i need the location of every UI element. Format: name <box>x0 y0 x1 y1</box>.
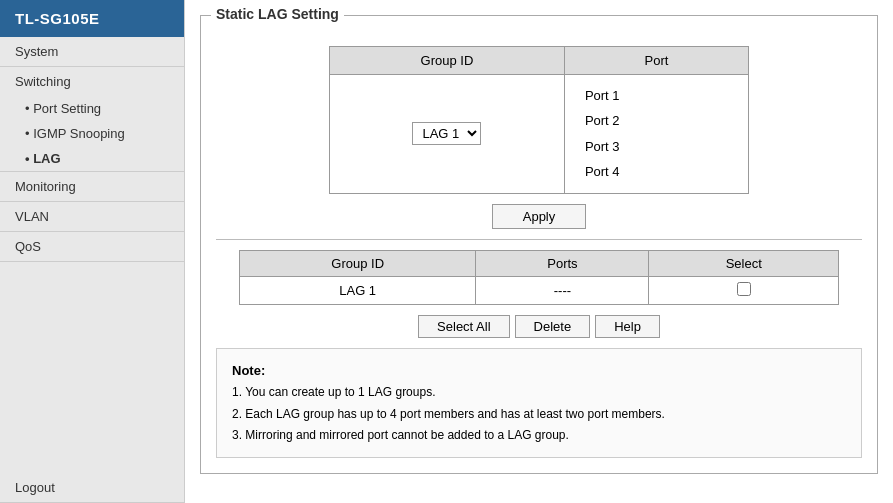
row-group-id: LAG 1 <box>240 276 476 304</box>
note-line-1: 1. You can create up to 1 LAG groups. <box>232 385 435 399</box>
lag-config-table: Group ID Port LAG 1 Port 1 Port 2 <box>329 46 749 194</box>
static-lag-section: Static LAG Setting Group ID Port LAG 1 <box>200 15 878 474</box>
port-2: Port 2 <box>585 108 728 133</box>
select-all-button[interactable]: Select All <box>418 315 509 338</box>
section-title: Static LAG Setting <box>211 6 344 22</box>
sidebar: TL-SG105E System Switching • Port Settin… <box>0 0 185 503</box>
table-row: LAG 1 ---- <box>240 276 839 304</box>
note-box: Note: 1. You can create up to 1 LAG grou… <box>216 348 862 458</box>
sidebar-item-igmp-snooping[interactable]: • IGMP Snooping <box>0 121 184 146</box>
lag-status-table: Group ID Ports Select LAG 1 ---- <box>239 250 839 305</box>
section-divider <box>216 239 862 240</box>
group-id-select[interactable]: LAG 1 <box>412 122 481 145</box>
sidebar-item-port-setting[interactable]: • Port Setting <box>0 96 184 121</box>
row-select-checkbox[interactable] <box>737 282 751 296</box>
note-label: Note: <box>232 363 265 378</box>
group-id-cell: LAG 1 <box>330 75 565 194</box>
main-content: Static LAG Setting Group ID Port LAG 1 <box>185 0 893 503</box>
app-title: TL-SG105E <box>0 0 184 37</box>
apply-button[interactable]: Apply <box>492 204 587 229</box>
delete-button[interactable]: Delete <box>515 315 591 338</box>
bottom-buttons: Select All Delete Help <box>216 315 862 338</box>
sidebar-item-system[interactable]: System <box>0 37 184 66</box>
help-button[interactable]: Help <box>595 315 660 338</box>
col-port-header: Port <box>564 47 748 75</box>
sidebar-item-vlan[interactable]: VLAN <box>0 202 184 231</box>
port-list: Port 1 Port 2 Port 3 Port 4 <box>585 83 728 185</box>
sidebar-item-qos[interactable]: QoS <box>0 232 184 261</box>
sidebar-item-monitoring[interactable]: Monitoring <box>0 172 184 201</box>
bottom-col-group-id: Group ID <box>240 250 476 276</box>
sidebar-item-switching[interactable]: Switching <box>0 67 184 96</box>
row-select-cell <box>649 276 839 304</box>
note-line-3: 3. Mirroring and mirrored port cannot be… <box>232 428 569 442</box>
bottom-col-ports: Ports <box>476 250 649 276</box>
port-1: Port 1 <box>585 83 728 108</box>
row-ports: ---- <box>476 276 649 304</box>
port-list-cell: Port 1 Port 2 Port 3 Port 4 <box>564 75 748 194</box>
note-line-2: 2. Each LAG group has up to 4 port membe… <box>232 407 665 421</box>
sidebar-item-lag[interactable]: • LAG <box>0 146 184 171</box>
port-3: Port 3 <box>585 134 728 159</box>
bottom-col-select: Select <box>649 250 839 276</box>
sidebar-item-logout[interactable]: Logout <box>0 473 184 502</box>
col-group-id-header: Group ID <box>330 47 565 75</box>
port-4: Port 4 <box>585 159 728 184</box>
